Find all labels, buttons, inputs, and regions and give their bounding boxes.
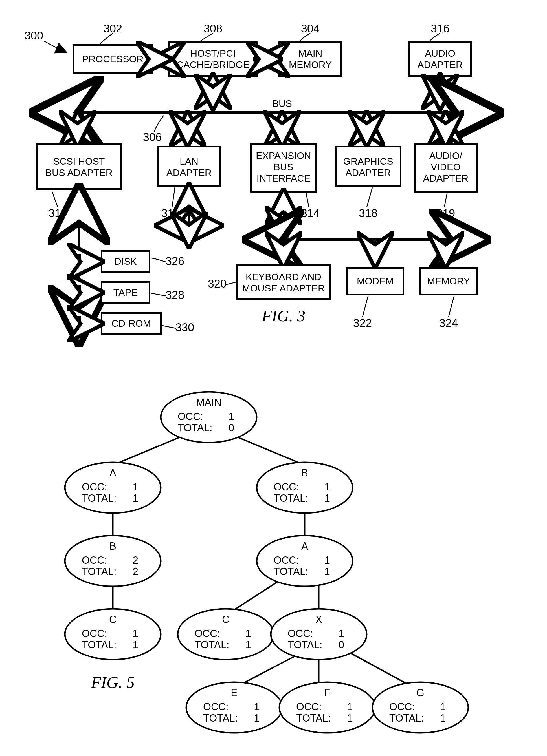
- svg-text:ADAPTER: ADAPTER: [346, 167, 391, 178]
- svg-text:TOTAL:: TOTAL:: [296, 712, 331, 724]
- svg-text:304: 304: [301, 22, 320, 35]
- svg-text:TOTAL:: TOTAL:: [203, 712, 238, 724]
- svg-text:TOTAL:: TOTAL:: [195, 639, 229, 651]
- svg-text:MAIN: MAIN: [196, 397, 221, 408]
- audio-block: AUDIO ADAPTER: [409, 42, 471, 76]
- svg-text:MEMORY: MEMORY: [289, 59, 332, 70]
- svg-text:TOTAL:: TOTAL:: [288, 639, 323, 651]
- processor-label: PROCESSOR: [82, 54, 143, 64]
- svg-text:1: 1: [347, 701, 353, 713]
- svg-text:CACHE/BRIDGE: CACHE/BRIDGE: [176, 59, 250, 70]
- svg-text:VIDEO: VIDEO: [431, 162, 461, 172]
- svg-text:1: 1: [245, 639, 251, 651]
- node-b-left: B OCC: 2 TOTAL: 2: [65, 536, 161, 586]
- svg-text:MEMORY: MEMORY: [427, 276, 470, 286]
- svg-text:OCC:: OCC:: [195, 628, 220, 639]
- svg-text:TOTAL:: TOTAL:: [389, 712, 424, 724]
- svg-text:320: 320: [208, 277, 227, 290]
- svg-text:326: 326: [165, 255, 184, 267]
- svg-text:E: E: [231, 687, 237, 698]
- svg-text:TOTAL:: TOTAL:: [82, 566, 116, 577]
- svg-text:1: 1: [325, 566, 330, 577]
- svg-text:1: 1: [440, 701, 446, 713]
- svg-text:TOTAL:: TOTAL:: [274, 566, 308, 577]
- svg-text:AUDIO: AUDIO: [425, 48, 455, 59]
- expbus-block: EXPANSION BUS INTERFACE: [251, 144, 316, 192]
- svg-text:OCC:: OCC:: [82, 481, 107, 493]
- memory-block: MEMORY: [420, 268, 477, 295]
- fig3-main-ref: 300: [25, 29, 43, 42]
- svg-text:1: 1: [133, 481, 138, 493]
- svg-text:CD-ROM: CD-ROM: [111, 318, 151, 329]
- svg-text:A: A: [109, 467, 116, 479]
- node-g: G OCC: 1 TOTAL: 1: [372, 682, 468, 733]
- svg-text:OCC:: OCC:: [274, 554, 299, 566]
- svg-text:1: 1: [228, 411, 234, 422]
- node-f: F OCC: 1 TOTAL: 1: [279, 682, 375, 733]
- svg-text:INTERFACE: INTERFACE: [257, 173, 311, 184]
- svg-text:B: B: [301, 467, 308, 479]
- svg-text:OCC:: OCC:: [274, 481, 299, 493]
- svg-text:MOUSE ADAPTER: MOUSE ADAPTER: [242, 283, 325, 293]
- node-x: X OCC: 1 TOTAL: 0: [271, 609, 367, 660]
- svg-text:OCC:: OCC:: [203, 701, 228, 713]
- svg-text:ADAPTER: ADAPTER: [423, 173, 469, 184]
- svg-text:ADAPTER: ADAPTER: [166, 167, 212, 178]
- svg-text:HOST/PCI: HOST/PCI: [190, 48, 236, 59]
- scsi-block: SCSI HOST BUS ADAPTER: [37, 144, 121, 189]
- svg-text:1: 1: [440, 712, 446, 724]
- kbm-block: KEYBOARD AND MOUSE ADAPTER: [237, 265, 330, 299]
- svg-text:1: 1: [245, 628, 251, 639]
- svg-text:1: 1: [339, 628, 344, 639]
- svg-text:312: 312: [48, 207, 67, 219]
- node-main: MAIN OCC: 1 TOTAL: 0: [161, 392, 257, 443]
- svg-text:306: 306: [143, 131, 162, 143]
- svg-text:TOTAL:: TOTAL:: [178, 422, 212, 434]
- mainmem-block: MAIN MEMORY: [279, 42, 341, 76]
- svg-text:B: B: [109, 540, 116, 552]
- fig5-caption: FIG. 5: [91, 673, 135, 691]
- svg-text:1: 1: [133, 628, 138, 639]
- svg-text:1: 1: [325, 492, 330, 504]
- svg-text:C: C: [109, 614, 116, 625]
- hostpci-block: HOST/PCI CACHE/BRIDGE: [169, 42, 257, 76]
- fig5: MAIN OCC: 1 TOTAL: 0 A OCC: 1 TOTAL: 1 B…: [65, 392, 468, 733]
- bus: BUS: [37, 98, 497, 113]
- fig3: PROCESSOR HOST/PCI CACHE/BRIDGE MAIN MEM…: [25, 22, 497, 341]
- node-c-mid: C OCC: 1 TOTAL: 1: [178, 609, 274, 660]
- svg-text:AUDIO/: AUDIO/: [429, 150, 462, 161]
- svg-text:ADAPTER: ADAPTER: [418, 59, 463, 70]
- processor-block: PROCESSOR: [73, 45, 152, 73]
- svg-text:1: 1: [133, 639, 138, 651]
- node-e: E OCC: 1 TOTAL: 1: [186, 682, 282, 733]
- av-block: AUDIO/ VIDEO ADAPTER: [415, 144, 477, 192]
- svg-text:314: 314: [301, 207, 320, 219]
- svg-text:OCC:: OCC:: [389, 701, 415, 713]
- cdrom-block: CD-ROM: [101, 313, 161, 334]
- disk-block: DISK: [101, 251, 149, 272]
- svg-text:318: 318: [359, 207, 378, 219]
- fig3-caption: FIG. 3: [261, 307, 306, 325]
- node-b-right: B OCC: 1 TOTAL: 1: [257, 462, 353, 513]
- svg-text:DISK: DISK: [114, 256, 137, 267]
- svg-line-75: [113, 437, 180, 465]
- diagram-canvas: PROCESSOR HOST/PCI CACHE/BRIDGE MAIN MEM…: [0, 0, 547, 756]
- lan-block: LAN ADAPTER: [158, 147, 220, 186]
- svg-text:302: 302: [103, 22, 122, 35]
- svg-text:OCC:: OCC:: [178, 411, 203, 422]
- tape-block: TAPE: [101, 282, 149, 303]
- svg-text:SCSI HOST: SCSI HOST: [53, 156, 105, 167]
- svg-text:TOTAL:: TOTAL:: [82, 639, 116, 651]
- svg-text:2: 2: [133, 554, 138, 566]
- svg-text:328: 328: [165, 289, 184, 301]
- svg-text:OCC:: OCC:: [82, 628, 107, 639]
- svg-text:1: 1: [254, 712, 259, 724]
- svg-text:X: X: [316, 614, 322, 625]
- svg-text:EXPANSION: EXPANSION: [256, 150, 311, 161]
- svg-text:TOTAL:: TOTAL:: [274, 492, 308, 504]
- svg-text:330: 330: [175, 321, 194, 333]
- svg-text:1: 1: [254, 701, 259, 713]
- svg-text:2: 2: [133, 566, 138, 577]
- node-a-right: A OCC: 1 TOTAL: 1: [257, 536, 353, 586]
- svg-text:KEYBOARD AND: KEYBOARD AND: [246, 271, 321, 282]
